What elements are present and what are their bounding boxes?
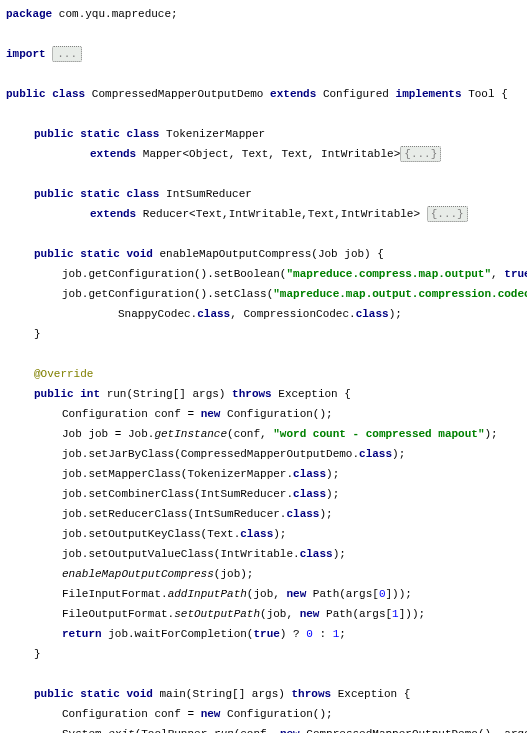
line-class-decl: public class CompressedMapperOutputDemo …: [6, 84, 521, 104]
line-main-sig: public static void main(String[] args) t…: [6, 684, 521, 704]
fold-tokenizer[interactable]: {...}: [400, 146, 441, 162]
line-package: package com.yqu.mapreduce;: [6, 4, 521, 24]
line-enable-sig: public static void enableMapOutputCompre…: [6, 244, 521, 264]
line-tokenizer: public static class TokenizerMapper: [6, 124, 521, 144]
line-override: @Override: [6, 364, 521, 384]
line-reducer: public static class IntSumReducer: [6, 184, 521, 204]
line-import: import ...: [6, 44, 521, 64]
line-run-sig: public int run(String[] args) throws Exc…: [6, 384, 521, 404]
fold-import[interactable]: ...: [52, 46, 82, 62]
code-block: package com.yqu.mapreduce; import ... pu…: [6, 4, 521, 733]
fold-reducer[interactable]: {...}: [427, 206, 468, 222]
